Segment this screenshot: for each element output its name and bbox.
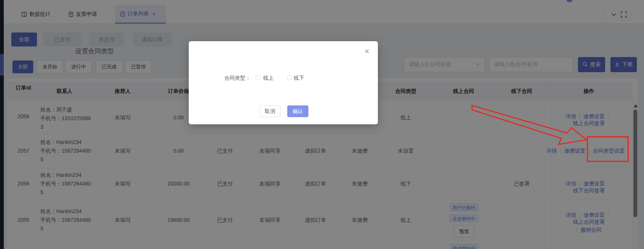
dialog-title: 设置合同类型 — [0, 47, 189, 56]
modal-backdrop[interactable] — [0, 0, 644, 249]
set-contract-type-dialog — [189, 41, 378, 124]
order-list-page: { "theme": { "accent": "#5a6ec4", "link_… — [0, 0, 644, 249]
confirm-button[interactable]: 确认 — [287, 105, 308, 117]
dialog-close-icon[interactable]: ✕ — [363, 48, 371, 56]
cancel-button[interactable]: 取消 — [259, 105, 280, 117]
radio-online[interactable] — [256, 75, 260, 80]
cancel-button-label: 取消 — [265, 108, 275, 115]
contract-type-field-label: 合同类型： — [224, 75, 251, 82]
radio-offline-label[interactable]: 线下 — [294, 75, 304, 82]
radio-offline[interactable] — [287, 75, 292, 80]
confirm-button-label: 确认 — [293, 108, 303, 115]
radio-online-label[interactable]: 线上 — [263, 75, 274, 82]
